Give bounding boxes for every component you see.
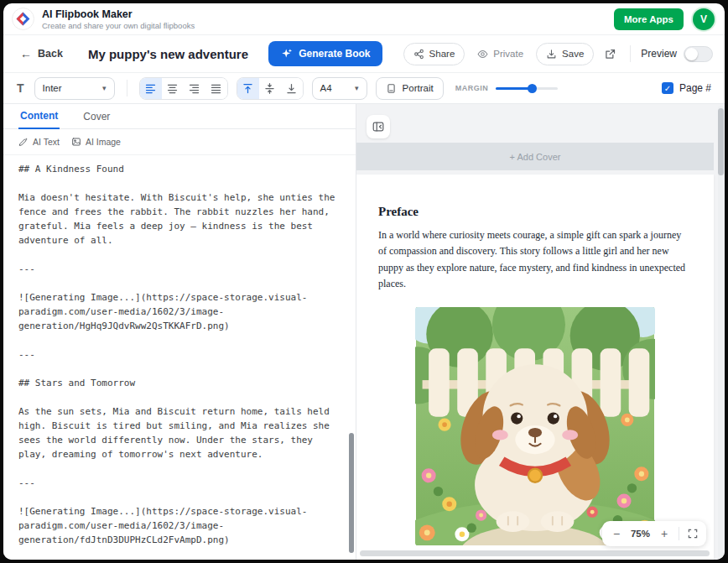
- ai-text-icon: [18, 137, 29, 147]
- editor-panel: Content Cover AI Text: [3, 104, 356, 560]
- editor-tabs: Content Cover: [3, 104, 356, 129]
- editor-scrollbar[interactable]: [349, 205, 354, 556]
- orientation-button[interactable]: Portrait: [376, 77, 444, 100]
- zoom-in-button[interactable]: +: [658, 527, 671, 540]
- app-window: AI Flipbook Maker Create and share your …: [3, 3, 725, 560]
- ai-image-button[interactable]: AI Image: [71, 137, 121, 147]
- ai-text-button[interactable]: AI Text: [18, 137, 60, 147]
- valign-middle-icon: [263, 82, 276, 95]
- align-left-button[interactable]: [140, 78, 162, 99]
- ai-image-label: AI Image: [86, 137, 121, 147]
- app-subtitle: Create and share your own digital flipbo…: [42, 21, 195, 30]
- zoom-level: 75%: [631, 529, 650, 539]
- preview-scrollbar-thumb[interactable]: [718, 108, 724, 175]
- preview-toggle[interactable]: [684, 46, 713, 62]
- orientation-label: Portrait: [403, 83, 434, 93]
- document-actions: Share Private Save: [403, 43, 713, 65]
- page-heading: Preface: [378, 205, 692, 219]
- app-logo-icon: [12, 8, 34, 30]
- align-justify-icon: [210, 82, 222, 95]
- valign-middle-button[interactable]: [259, 78, 281, 99]
- align-justify-button[interactable]: [205, 78, 227, 99]
- back-label: Back: [38, 48, 63, 60]
- chevron-down-icon: ▾: [355, 84, 359, 92]
- fit-view-button[interactable]: [687, 528, 699, 540]
- page-number-label: Page #: [679, 82, 711, 94]
- document-title[interactable]: My puppy's new adventure: [88, 47, 248, 61]
- margin-control: MARGIN: [455, 82, 559, 94]
- main-area: Content Cover AI Text: [3, 104, 725, 560]
- valign-top-icon: [242, 82, 254, 95]
- preview-horizontal-scrollbar[interactable]: [360, 550, 710, 556]
- app-titles: AI Flipbook Maker Create and share your …: [42, 8, 195, 30]
- preview-label: Preview: [641, 48, 677, 60]
- chevron-down-icon: ▾: [102, 84, 107, 92]
- valign-bottom-button[interactable]: [281, 78, 303, 99]
- text-format-icon[interactable]: T: [15, 81, 26, 95]
- book-page: Preface In a world where curiosity meets…: [356, 175, 714, 560]
- puppy-image: [415, 307, 655, 545]
- pages-panel-toggle-icon: [372, 120, 385, 133]
- font-select[interactable]: Inter ▾: [34, 77, 115, 100]
- editor-scrollbar-thumb[interactable]: [349, 433, 354, 552]
- slider-fill: [496, 87, 532, 90]
- app-header: AI Flipbook Maker Create and share your …: [3, 3, 725, 35]
- ai-tools-row: AI Text AI Image: [3, 129, 356, 155]
- slider-thumb[interactable]: [528, 84, 537, 93]
- toolbar-divider: [630, 45, 631, 62]
- preview-vertical-scrollbar[interactable]: [718, 106, 724, 558]
- page-body-text: In a world where curiosity meets courage…: [378, 227, 692, 293]
- text-align-group: [139, 77, 228, 100]
- app-title: AI Flipbook Maker: [42, 8, 195, 20]
- sparkle-icon: [281, 48, 293, 60]
- toggle-knob: [685, 48, 698, 60]
- margin-label: MARGIN: [455, 84, 489, 92]
- puppy-illustration: [415, 307, 655, 545]
- external-link-icon: [604, 48, 616, 60]
- generate-book-button[interactable]: Generate Book: [268, 41, 382, 66]
- private-label: Private: [493, 49, 523, 59]
- align-right-icon: [188, 82, 200, 95]
- generate-book-label: Generate Book: [299, 48, 370, 60]
- align-center-button[interactable]: [162, 78, 184, 99]
- checkbox-checked-icon: ✓: [662, 82, 673, 94]
- markdown-editor[interactable]: ## A Kindness Found Mia doesn't hesitate…: [3, 155, 356, 560]
- tab-cover[interactable]: Cover: [81, 106, 112, 128]
- back-arrow-icon: ←: [20, 47, 32, 60]
- eye-icon: [477, 49, 488, 60]
- pages-panel-toggle-button[interactable]: [367, 115, 390, 138]
- align-center-icon: [166, 82, 179, 95]
- format-toolbar: T Inter ▾: [3, 73, 725, 104]
- tab-content[interactable]: Content: [18, 105, 60, 129]
- save-label: Save: [562, 49, 584, 59]
- vertical-align-group: [237, 77, 304, 100]
- portrait-page-icon: [386, 83, 397, 94]
- zoom-out-button[interactable]: −: [610, 527, 623, 540]
- save-icon: [546, 49, 557, 60]
- open-external-button[interactable]: [601, 44, 620, 64]
- margin-slider[interactable]: [496, 82, 558, 94]
- zoom-controls: − 75% +: [602, 521, 706, 546]
- page-number-checkbox[interactable]: ✓ Page #: [662, 82, 711, 94]
- back-button[interactable]: ← Back: [13, 42, 70, 65]
- share-button[interactable]: Share: [403, 43, 465, 65]
- document-toolbar: ← Back My puppy's new adventure Generate…: [3, 35, 725, 73]
- more-apps-button[interactable]: More Apps: [614, 8, 684, 30]
- private-button[interactable]: Private: [471, 43, 529, 65]
- format-divider: [127, 80, 127, 96]
- add-cover-placeholder[interactable]: + Add Cover: [356, 143, 714, 170]
- preview-panel: + Add Cover Preface In a world where cur…: [356, 104, 725, 560]
- valign-top-button[interactable]: [237, 78, 259, 99]
- align-left-icon: [144, 82, 157, 95]
- save-button[interactable]: Save: [536, 43, 594, 65]
- font-select-value: Inter: [43, 83, 62, 93]
- zoom-divider: [679, 527, 679, 540]
- page-size-value: A4: [320, 83, 332, 93]
- ai-image-icon: [71, 137, 81, 147]
- align-right-button[interactable]: [184, 78, 205, 99]
- ai-text-label: AI Text: [33, 137, 60, 147]
- valign-bottom-icon: [285, 82, 298, 95]
- page-size-select[interactable]: A4 ▾: [312, 77, 367, 100]
- share-icon: [413, 49, 424, 60]
- avatar[interactable]: V: [693, 8, 715, 30]
